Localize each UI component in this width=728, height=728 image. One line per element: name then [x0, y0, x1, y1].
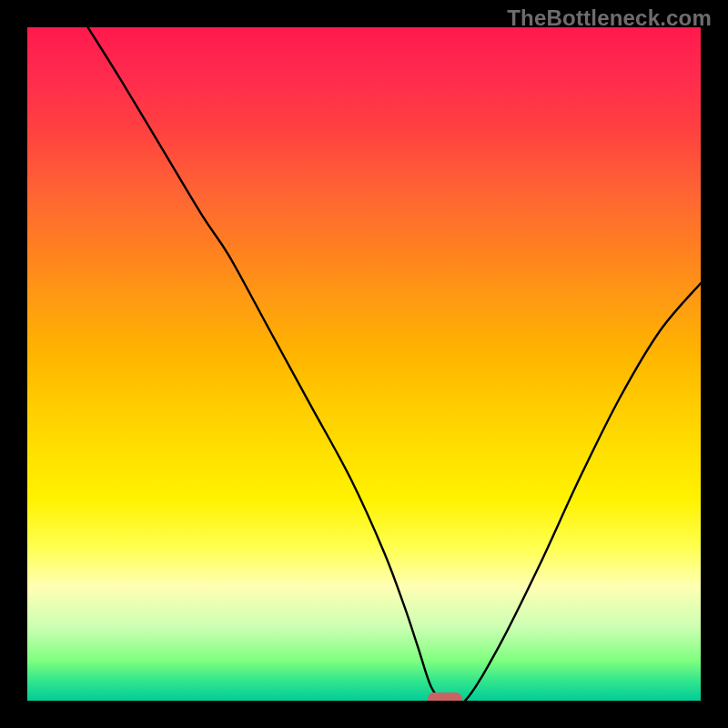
curve-layer: [27, 27, 701, 701]
optimal-point-marker: [428, 693, 462, 701]
chart-frame: TheBottleneck.com: [0, 0, 728, 728]
bottleneck-curve: [88, 27, 701, 701]
plot-area: [27, 27, 701, 701]
watermark-text: TheBottleneck.com: [507, 5, 712, 31]
